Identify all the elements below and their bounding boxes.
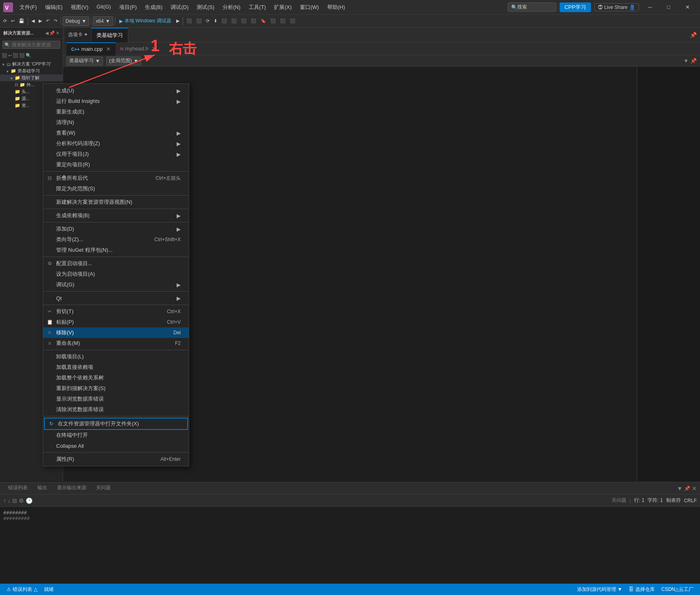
tree-icon-5[interactable]: 🔍 [26,53,31,58]
panel-close-icon[interactable]: ✕ [692,485,697,492]
ctx-collapse-all[interactable]: ⊟ 折叠所有后代 Ctrl+左箭头 [43,173,189,183]
file-close-icon[interactable]: ✕ [106,46,111,52]
toolbar-debug2[interactable]: ⬛ [195,16,203,26]
ctx-rename[interactable]: ≡ 重命名(M) F2 [43,338,189,349]
menu-window[interactable]: 窗口(W) [296,2,323,13]
ctx-collapse-all-menu[interactable]: Collapse All [43,440,189,451]
tree-icon-4[interactable]: ⬛ [19,53,25,58]
toolbar-bookmark[interactable]: 🔖 [259,16,268,26]
panel-filter-icon[interactable]: ⚙ [19,497,24,504]
live-share-button[interactable]: ⓵ Live Share 👤 [594,3,639,11]
menu-debug[interactable]: 调试(D) [166,2,192,13]
platform-dropdown[interactable]: x64 ▼ [93,16,113,26]
toolbar-misc3[interactable]: ⬛ [288,16,297,26]
sidebar-collapse-icon[interactable]: ◀ [45,31,48,36]
ctx-new-view[interactable]: 新建解决方案资源管理器视图(N) [43,197,189,207]
ctx-paste[interactable]: 📋 粘贴(P) Ctrl+V [43,317,189,327]
ctx-add[interactable]: 添加(D) ▶ [43,224,189,234]
toolbar-back[interactable]: ⟳ [2,16,9,26]
ctx-class-wizard[interactable]: 类向导(Z)... Ctrl+Shift+X [43,234,189,245]
toolbar-nav-back[interactable]: ◀ [30,16,36,26]
toolbar-debug7[interactable]: ⬛ [239,16,248,26]
panel-nav-icon2[interactable]: ↓ [8,497,11,504]
panel-clear-icon[interactable]: ⊟ [12,497,17,504]
search-box[interactable]: 🔍 搜索 [508,2,556,12]
panel-nav-icon1[interactable]: ↑ [3,497,6,504]
ctx-build[interactable]: 生成(U) ▶ [43,85,189,96]
menu-tools[interactable]: 工具(T) [245,2,270,13]
ctx-rebuild[interactable]: 重新生成(E) [43,107,189,117]
ctx-load-all[interactable]: 加载整个依赖关系树 [43,373,189,383]
ctx-retarget[interactable]: 重定向项目(R) [43,159,189,170]
run-arrow-btn[interactable]: ▶ [175,16,181,26]
tab-output[interactable]: 输出 [33,482,52,494]
ctx-unload[interactable]: 卸载项目(L) [43,351,189,362]
ctx-scope[interactable]: 限定为此范围(S) [43,183,189,194]
menu-help[interactable]: 帮助(H) [323,2,349,13]
sidebar-close-icon[interactable]: ✕ [56,31,59,36]
tree-icon-1[interactable]: ⬛ [2,53,7,58]
tab-problems[interactable]: 关问题 [91,482,116,494]
global-scope-dropdown[interactable]: (全局范围) ▼ [106,57,141,65]
tab-selector[interactable]: 选项卡 ✦ [65,28,92,42]
file-close2-icon[interactable]: ✕ [152,46,156,52]
menu-file[interactable]: 文件(F) [15,2,41,13]
ctx-project-only[interactable]: 仅用于项目(J) ▶ [43,149,189,159]
toolbar-debug1[interactable]: ⬛ [185,16,194,26]
menu-git[interactable]: Git(G) [92,2,115,13]
status-repo[interactable]: 🗄 选择仓库 [626,584,658,595]
ctx-remove[interactable]: ✕ 移除(V) Del [43,327,189,338]
menu-analyze[interactable]: 分析(N) [219,2,245,13]
menu-extensions[interactable]: 扩展(X) [270,2,295,13]
run-button[interactable]: ▶ 本地 Windows 调试器 [117,17,174,24]
toolbar-misc2[interactable]: ⬛ [278,16,287,26]
menu-project[interactable]: 项目(P) [115,2,141,13]
file-tab-header[interactable]: H myhead.h ✕ [116,42,161,55]
ctx-open-in-explorer[interactable]: ↻ 在文件资源管理器中打开文件夹(X) [44,418,188,430]
toolbar-debug4[interactable]: ⬇ [212,16,219,26]
ctx-build-insights[interactable]: 运行 Build Insights ▶ [43,96,189,107]
tab-display-source[interactable]: 显示输出来源 [52,482,91,494]
tree-icon-3[interactable]: ⬛ [13,53,18,58]
minimize-button[interactable]: ─ [641,0,659,15]
toolbar-nav-forward[interactable]: ▶ [37,16,44,26]
menu-build[interactable]: 生成(B) [141,2,166,13]
ctx-open-terminal[interactable]: 在终端中打开 [43,430,189,440]
solution-node[interactable]: 🗂 解决方案 'CPP学习' [0,61,63,68]
toolbar-undo2[interactable]: ↶ [44,16,51,26]
solution-search-box[interactable]: 🔍 [2,41,60,49]
ctx-clear-db-errors[interactable]: 清除浏览数据库错误 [43,404,189,415]
menu-test[interactable]: 测试(S) [192,2,218,13]
active-tab[interactable]: 类基础学习 [92,28,128,42]
panel-pin-icon[interactable]: 📌 [684,486,690,491]
toolbar-undo[interactable]: ↩ [9,16,16,26]
ctx-set-startup[interactable]: 设为启动项目(A) [43,269,189,279]
status-csdn[interactable]: CSDN△云工厂 [658,584,697,595]
tab-error-list[interactable]: 错误列表 [3,482,33,494]
close-button[interactable]: ✕ [678,0,697,15]
toolbar-misc1[interactable]: ⬛ [269,16,278,26]
ctx-cut[interactable]: ✂ 剪切(T) Ctrl+X [43,306,189,317]
tree-icon-2[interactable]: ↩ [8,53,12,58]
toolbar-redo[interactable]: ↷ [52,16,59,26]
ctx-debug-menu[interactable]: 调试(G) ▶ [43,279,189,290]
status-source-control[interactable]: 添加到源代码管理 ▼ [574,584,626,595]
ctx-properties[interactable]: 属性(R) Alt+Enter [43,454,189,464]
tab-pin-icon[interactable]: 📌 [690,32,697,38]
ctx-configure-startup[interactable]: ⚙ 配置启动项目... [43,258,189,269]
folder-node[interactable]: 📁 指针了解 [0,74,63,81]
sidebar-pin-icon[interactable]: 📌 [49,31,55,36]
ctx-nuget[interactable]: 管理 NuGet 程序包(N)... [43,245,189,255]
scope-pin-icon[interactable]: 📌 [690,58,697,64]
maximize-button[interactable]: □ [659,0,678,15]
toolbar-debug8[interactable]: ⬛ [249,16,258,26]
ctx-view[interactable]: 查看(W) ▶ [43,128,189,138]
status-errors[interactable]: ⚠ 错误列表 △ [3,584,41,595]
ctx-deps[interactable]: 生成依赖项(B) ▶ [43,210,189,221]
toolbar-debug5[interactable]: ⬛ [220,16,229,26]
ctx-load-direct[interactable]: 加载直接依赖项 [43,362,189,373]
menu-view[interactable]: 视图(V) [67,2,92,13]
toolbar-debug6[interactable]: ⬛ [230,16,238,26]
ctx-clean[interactable]: 清理(N) [43,117,189,128]
panel-collapse-icon[interactable]: ▼ [677,485,682,492]
